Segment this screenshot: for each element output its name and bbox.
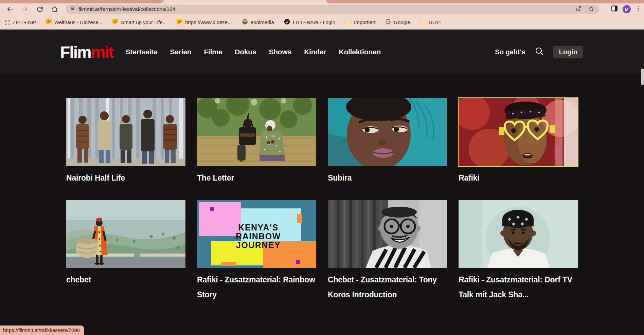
tile-title: The Letter <box>197 170 316 185</box>
tile-title: Rafiki - Zusatzmaterial: Dorf TV Talk mi… <box>459 272 578 302</box>
bookmark-epolmedia[interactable]: epolmedia <box>242 19 274 26</box>
thumbnail-dorf-tv <box>459 200 578 268</box>
nav-serien[interactable]: Serien <box>170 48 191 56</box>
thumbnail-rainbow-journey: KENYA'S RAINBOW JOURNEY <box>197 200 316 268</box>
flimmit-logo[interactable]: Flimmit <box>60 43 113 61</box>
bookmark-dioezese[interactable]: https://www.dioeze... <box>177 19 232 25</box>
bookmark-suyl[interactable]: SUYL <box>420 19 442 26</box>
menu-kebab-icon[interactable] <box>635 5 641 13</box>
thumbnail-the-letter <box>197 98 316 166</box>
thumbnail-rafiki <box>459 98 578 166</box>
share-icon[interactable] <box>575 5 582 13</box>
dots-grid-icon <box>5 20 10 25</box>
logo-accent: mit <box>91 43 113 61</box>
thumbnail-tony-koros <box>328 200 447 268</box>
bookmarks-bar: ZEIT+.Net Welthaus - Diözese... Smart up… <box>0 15 644 30</box>
nav-startseite[interactable]: Startseite <box>126 48 158 56</box>
profile-avatar[interactable]: M <box>623 5 631 13</box>
thumbnail-nairobi-half-life <box>66 98 185 166</box>
active-tab[interactable] <box>162 0 327 3</box>
tile-subira[interactable]: Subira <box>328 98 447 185</box>
nav-dokus[interactable]: Dokus <box>235 48 256 56</box>
tile-title: Subira <box>328 170 447 185</box>
nav-shows[interactable]: Shows <box>269 48 291 56</box>
url-text[interactable]: flimmit.at/fernsicht-festival/collection… <box>78 6 175 12</box>
tile-chebet-tony-koros[interactable]: Chebet - Zusatzmaterial: Tony Koros Intr… <box>328 200 447 302</box>
bookmark-welthaus[interactable]: Welthaus - Diözese... <box>46 19 103 25</box>
search-icon[interactable] <box>534 46 544 58</box>
nav-kollektionen[interactable]: Kollektionen <box>339 48 381 56</box>
bookmark-google[interactable]: Google <box>385 19 410 25</box>
thumbnail-chebet <box>66 200 185 268</box>
tile-rafiki[interactable]: Rafiki <box>459 98 578 185</box>
browser-chrome: flimmit.at/fernsicht-festival/collection… <box>0 0 644 30</box>
rainbow-journey-text: KENYA'S RAINBOW JOURNEY <box>197 200 316 268</box>
bookmark-star-icon[interactable] <box>588 5 594 13</box>
back-button[interactable] <box>6 5 14 13</box>
bookmark-smartup[interactable]: Smart up your Life... <box>112 19 167 25</box>
nav-kinder[interactable]: Kinder <box>304 48 326 56</box>
google-g-icon <box>385 19 391 25</box>
tile-the-letter[interactable]: The Letter <box>197 98 316 185</box>
browser-toolbar: flimmit.at/fernsicht-festival/collection… <box>0 3 644 15</box>
tile-title: chebet <box>66 272 185 287</box>
scrollbar-thumb[interactable] <box>641 69 644 85</box>
site-header: Flimmit Startseite Serien Filme Dokus Sh… <box>0 30 644 74</box>
pulse-yellow-icon <box>112 19 118 25</box>
status-link-bar: https://flimmit.at/rafiki/assets/7098 <box>0 325 84 335</box>
bookmark-importiert[interactable]: Importiert <box>345 19 375 26</box>
tile-nairobi-half-life[interactable]: Nairobi Half Life <box>66 98 185 185</box>
folder-icon <box>420 19 426 26</box>
so-gehts-link[interactable]: So geht's <box>495 48 525 56</box>
pulse-yellow-icon <box>46 19 52 25</box>
collection-grid: Nairobi Half Life <box>66 98 578 302</box>
header-right: So geht's Login <box>495 46 583 58</box>
tile-title: Nairobi Half Life <box>66 170 185 185</box>
dark-globe-icon <box>284 19 290 26</box>
main-nav: Startseite Serien Filme Dokus Shows Kind… <box>126 48 381 56</box>
bookmark-litterare[interactable]: LITTERAre - Login <box>284 19 335 26</box>
lock-icon <box>70 6 75 13</box>
flimmit-page: Flimmit Startseite Serien Filme Dokus Sh… <box>0 30 644 335</box>
reload-button[interactable] <box>36 5 43 13</box>
nav-filme[interactable]: Filme <box>204 48 222 56</box>
home-button[interactable] <box>51 5 58 13</box>
address-bar[interactable]: flimmit.at/fernsicht-festival/collection… <box>66 5 599 14</box>
folder-icon <box>345 19 351 26</box>
chrome-actions: M <box>607 5 641 14</box>
side-panel-icon[interactable] <box>611 5 618 14</box>
tile-title: Rafiki <box>459 170 578 185</box>
tab-strip <box>0 0 644 3</box>
forward-button[interactable] <box>21 5 29 13</box>
bookmark-zeit[interactable]: ZEIT+.Net <box>5 19 36 25</box>
tile-title: Chebet - Zusatzmaterial: Tony Koros Intr… <box>328 272 447 302</box>
pulse-yellow-icon <box>177 19 182 25</box>
tile-chebet[interactable]: chebet <box>66 200 185 302</box>
tile-rafiki-rainbow-story[interactable]: KENYA'S RAINBOW JOURNEY Rafiki - Zusatzm… <box>197 200 316 302</box>
striped-globe-icon <box>242 19 248 26</box>
login-button[interactable]: Login <box>553 46 583 58</box>
tile-title: Rafiki - Zusatzmaterial: Rainbow Story <box>197 272 316 302</box>
tile-rafiki-dorf-tv[interactable]: Rafiki - Zusatzmaterial: Dorf TV Talk mi… <box>459 200 578 302</box>
thumbnail-subira <box>328 98 447 166</box>
